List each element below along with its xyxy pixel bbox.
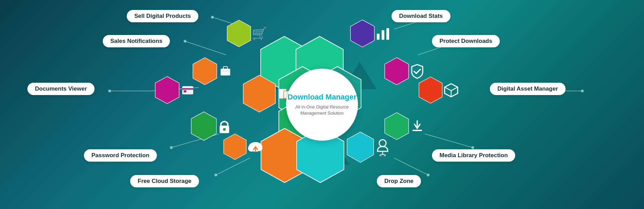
svg-rect-45	[377, 34, 380, 40]
label-digital-asset: Digital Asset Manager	[490, 83, 566, 95]
label-download-stats: Download Stats	[392, 10, 450, 22]
svg-rect-47	[386, 28, 389, 40]
hex-dropzone	[346, 122, 391, 173]
svg-point-5	[108, 90, 111, 92]
svg-point-1	[211, 16, 214, 19]
subtitle-line2: Management Solution	[300, 111, 344, 116]
svg-point-18	[581, 90, 584, 92]
svg-point-56	[379, 140, 386, 147]
svg-point-42	[257, 146, 262, 151]
svg-point-8	[170, 146, 173, 149]
hex-orange	[192, 48, 233, 94]
svg-marker-36	[191, 112, 216, 140]
label-media-library: Media Library Protection	[432, 149, 515, 162]
hex-magenta	[154, 67, 195, 113]
svg-marker-62	[243, 75, 275, 112]
svg-point-3	[184, 40, 186, 43]
svg-rect-46	[382, 30, 384, 40]
svg-line-21	[394, 158, 428, 175]
label-free-cloud: Free Cloud Storage	[130, 175, 199, 187]
title-manager: Manager	[325, 93, 356, 101]
label-documents-viewer: Documents Viewer	[27, 83, 95, 95]
svg-marker-55	[347, 132, 374, 162]
svg-rect-35	[184, 90, 186, 92]
title-download: Download	[287, 93, 325, 101]
label-drop-zone: Drop Zone	[377, 175, 421, 187]
app-subtitle: All in-One Digital Resource Management S…	[290, 104, 354, 116]
label-sales-notifications: Sales Notifications	[103, 35, 170, 47]
svg-marker-44	[350, 20, 374, 47]
svg-marker-27	[227, 20, 251, 47]
subtitle-line1: All in-One Digital Resource	[295, 104, 349, 109]
svg-point-22	[427, 174, 430, 176]
svg-rect-30	[221, 72, 230, 76]
svg-point-38	[223, 128, 226, 131]
app-title: Download Manager	[287, 93, 357, 102]
svg-marker-28	[193, 58, 217, 85]
center-card: Download Manager All in-One Digital Reso…	[286, 69, 358, 141]
label-protect-downloads: Protect Downloads	[432, 35, 500, 47]
label-password-protection: Password Protection	[84, 149, 157, 162]
svg-marker-48	[385, 58, 409, 85]
svg-rect-53	[412, 130, 422, 131]
svg-rect-33	[182, 86, 193, 94]
svg-line-19	[425, 134, 473, 148]
background: 🛒	[0, 0, 644, 209]
svg-point-10	[214, 174, 217, 176]
svg-point-58	[380, 154, 385, 156]
svg-rect-34	[182, 88, 193, 90]
svg-marker-49	[419, 77, 442, 103]
svg-marker-32	[155, 77, 179, 104]
svg-marker-39	[224, 134, 246, 160]
svg-point-20	[471, 146, 474, 149]
label-sell-digital: Sell Digital Products	[127, 10, 198, 22]
svg-point-41	[248, 145, 255, 152]
